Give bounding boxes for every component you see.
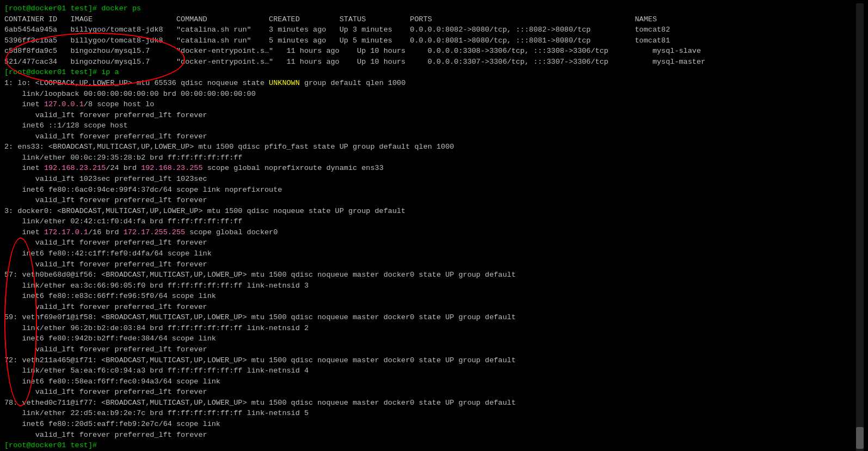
terminal-line-40: inet6 fe80::20d5:eaff:feb9:2e7c/64 scope…	[4, 419, 864, 430]
terminal-line-11: valid_lft forever preferred_lft forever	[4, 110, 864, 121]
terminal-line-42: [root@docker01 test]#	[4, 440, 864, 451]
scrollbar[interactable]	[856, 3, 864, 451]
terminal-line-29: valid_lft forever preferred_lft forever	[4, 302, 864, 313]
terminal-content: [root@docker01 test]# docker psCONTAINER…	[4, 3, 864, 451]
terminal-line-14: 2: ens33: <BROADCAST,MULTICAST,UP,LOWER_…	[4, 142, 864, 153]
terminal-line-2: CONTAINER ID IMAGE COMMAND CREATED STATU…	[4, 14, 864, 25]
terminal-line-7: [root@docker01 test]# ip a	[4, 67, 864, 78]
terminal-line-39: link/ether 22:d5:ea:b9:2e:7c brd ff:ff:f…	[4, 408, 864, 419]
terminal-line-15: link/ether 00:0c:29:35:28:b2 brd ff:ff:f…	[4, 153, 864, 163]
terminal-line-37: valid_lft forever preferred_lft forever	[4, 387, 864, 398]
terminal-line-10: inet 127.0.0.1/8 scope host lo	[4, 99, 864, 110]
terminal-line-36: inet6 fe80::58ea:f6ff:fec0:94a3/64 scope…	[4, 376, 864, 387]
terminal-line-5: c5d8f8fda9c5 bingozhou/mysql5.7 "docker-…	[4, 46, 864, 57]
terminal-line-24: inet6 fe80::42:c1ff:fef0:d4fa/64 scope l…	[4, 248, 864, 259]
terminal-line-19: valid_lft forever preferred_lft forever	[4, 195, 864, 206]
scrollbar-thumb[interactable]	[856, 427, 864, 449]
terminal-line-22: inet 172.17.0.1/16 brd 172.17.255.255 sc…	[4, 227, 864, 238]
terminal-line-38: 78: vethed0c711@if77: <BROADCAST,MULTICA…	[4, 398, 864, 409]
terminal-line-9: link/loopback 00:00:00:00:00:00 brd 00:0…	[4, 89, 864, 100]
terminal-line-16: inet 192.168.23.215/24 brd 192.168.23.25…	[4, 163, 864, 174]
terminal-line-33: valid_lft forever preferred_lft forever	[4, 344, 864, 355]
terminal-line-20: 3: docker0: <BROADCAST,MULTICAST,UP,LOWE…	[4, 206, 864, 217]
terminal-line-32: inet6 fe80::942b:b2ff:fede:384/64 scope …	[4, 333, 864, 344]
terminal-line-3: 6ab5454a945a billygoo/tomcat8-jdk8 "cata…	[4, 25, 864, 35]
terminal-line-25: valid_lft forever preferred_lft forever	[4, 259, 864, 270]
terminal-line-18: inet6 fe80::6ac0:94ce:99f4:37dc/64 scope…	[4, 185, 864, 196]
terminal-line-35: link/ether 5a:ea:f6:c0:94:a3 brd ff:ff:f…	[4, 365, 864, 376]
terminal-line-41: valid_lft forever preferred_lft forever	[4, 430, 864, 441]
terminal-line-21: link/ether 02:42:c1:f0:d4:fa brd ff:ff:f…	[4, 216, 864, 227]
terminal-line-27: link/ether ea:3c:66:96:05:f0 brd ff:ff:f…	[4, 281, 864, 291]
terminal-line-34: 72: veth211a465@if71: <BROADCAST,MULTICA…	[4, 355, 864, 366]
terminal-line-28: inet6 fe80::e83c:66ff:fe96:5f0/64 scope …	[4, 291, 864, 302]
terminal-line-30: 59: vethf69e0f1@if58: <BROADCAST,MULTICA…	[4, 312, 864, 323]
terminal-line-1: [root@docker01 test]# docker ps	[4, 3, 864, 14]
terminal-window: [root@docker01 test]# docker psCONTAINER…	[4, 3, 864, 451]
terminal-line-4: 5396ff3c1ba5 billygoo/tomcat8-jdk8 "cata…	[4, 35, 864, 46]
terminal-line-8: 1: lo: <LOOPBACK,UP,LOWER_UP> mtu 65536 …	[4, 78, 864, 89]
terminal-line-6: 521/477cac34 bingozhou/mysql5.7 "docker-…	[4, 57, 864, 68]
terminal-line-31: link/ether 96:2b:b2:de:03:84 brd ff:ff:f…	[4, 323, 864, 334]
terminal-line-17: valid_lft 1023sec preferred_lft 1023sec	[4, 174, 864, 185]
terminal-line-23: valid_lft forever preferred_lft forever	[4, 237, 864, 248]
terminal-line-26: 57: veth0be68d0@if56: <BROADCAST,MULTICA…	[4, 270, 864, 281]
terminal-line-13: valid_lft forever preferred_lft forever	[4, 131, 864, 142]
terminal-line-12: inet6 ::1/128 scope host	[4, 120, 864, 131]
